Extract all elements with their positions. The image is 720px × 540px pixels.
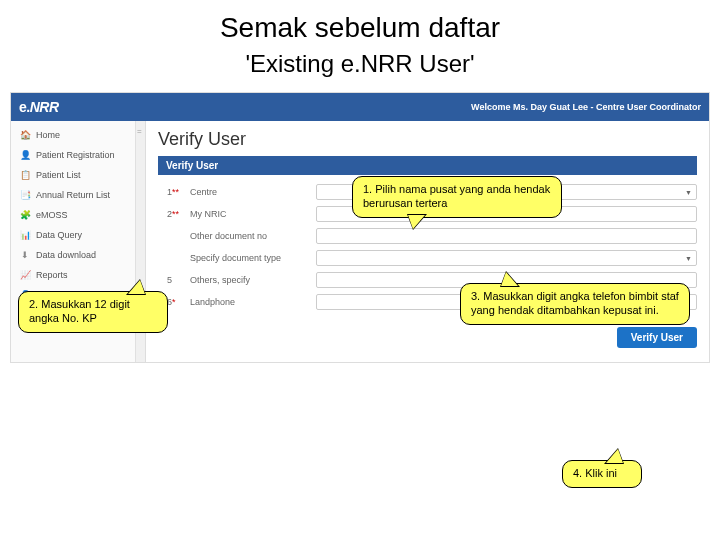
- callout-tail: [128, 280, 145, 294]
- field-label: Landphone: [186, 297, 316, 307]
- sidebar-item-label: Data download: [36, 250, 96, 260]
- row-num: 2: [158, 209, 172, 219]
- callout-text: 2. Masukkan 12 digit angka No. KP: [29, 298, 130, 324]
- chevron-down-icon: ▼: [685, 189, 692, 196]
- list-icon: 📋: [19, 169, 31, 181]
- main-panel: Verify User Verify User 1 ** Centre ▼ 2 …: [146, 121, 709, 362]
- callout-text: 4. Klik ini: [573, 467, 617, 479]
- callout-tail: [501, 272, 518, 286]
- row-other-doc: Other document no: [158, 225, 697, 247]
- required-mark: **: [172, 209, 186, 219]
- sidebar-item-label: Reports: [36, 270, 68, 280]
- slide-subtitle: 'Existing e.NRR User': [0, 50, 720, 78]
- row-num: 1: [158, 187, 172, 197]
- chevron-down-icon: ▼: [685, 255, 692, 262]
- home-icon: 🏠: [19, 129, 31, 141]
- sidebar-item-label: Patient Registration: [36, 150, 115, 160]
- sidebar-item-patient-registration[interactable]: 👤Patient Registration: [11, 145, 135, 165]
- row-doc-type: Specify document type ▼: [158, 247, 697, 269]
- required-mark: *: [172, 297, 186, 307]
- other-doc-input[interactable]: [316, 228, 697, 244]
- row-num: 5: [158, 275, 172, 285]
- welcome-text: Welcome Ms. Day Guat Lee - Centre User C…: [471, 102, 701, 112]
- slide-title: Semak sebelum daftar: [0, 12, 720, 44]
- callout-text: 1. Pilih nama pusat yang anda hendak ber…: [363, 183, 550, 209]
- sidebar-item-reports[interactable]: 📈Reports: [11, 265, 135, 285]
- required-mark: **: [172, 187, 186, 197]
- callout-tail: [408, 215, 425, 229]
- sidebar-item-label: eMOSS: [36, 210, 68, 220]
- sidebar-item-data-download[interactable]: ⬇Data download: [11, 245, 135, 265]
- sidebar-item-home[interactable]: 🏠Home: [11, 125, 135, 145]
- report-icon: 📈: [19, 269, 31, 281]
- field-label: My NRIC: [186, 209, 316, 219]
- sidebar-item-label: Patient List: [36, 170, 81, 180]
- callout-4: 4. Klik ini: [562, 460, 642, 488]
- callout-text: 3. Masukkan digit angka telefon bimbit s…: [471, 290, 679, 316]
- logo: e.NRR: [19, 99, 59, 115]
- document-icon: 📑: [19, 189, 31, 201]
- query-icon: 📊: [19, 229, 31, 241]
- sidebar-item-label: Annual Return List: [36, 190, 110, 200]
- sidebar-item-patient-list[interactable]: 📋Patient List: [11, 165, 135, 185]
- sidebar-item-label: Home: [36, 130, 60, 140]
- verify-user-button[interactable]: Verify User: [617, 327, 697, 348]
- panel-header: Verify User: [158, 156, 697, 175]
- module-icon: 🧩: [19, 209, 31, 221]
- sidebar-item-data-query[interactable]: 📊Data Query: [11, 225, 135, 245]
- sidebar-item-annual-return[interactable]: 📑Annual Return List: [11, 185, 135, 205]
- doc-type-select[interactable]: ▼: [316, 250, 697, 266]
- field-label: Specify document type: [186, 253, 316, 263]
- field-label: Other document no: [186, 231, 316, 241]
- callout-2: 2. Masukkan 12 digit angka No. KP: [18, 291, 168, 333]
- user-icon: 👤: [19, 149, 31, 161]
- topbar: e.NRR Welcome Ms. Day Guat Lee - Centre …: [11, 93, 709, 121]
- field-label: Centre: [186, 187, 316, 197]
- sidebar-item-emoss[interactable]: 🧩eMOSS: [11, 205, 135, 225]
- callout-1: 1. Pilih nama pusat yang anda hendak ber…: [352, 176, 562, 218]
- download-icon: ⬇: [19, 249, 31, 261]
- field-label: Others, specify: [186, 275, 316, 285]
- logo-main: NRR: [30, 99, 59, 115]
- page-title: Verify User: [158, 129, 697, 150]
- callout-3: 3. Masukkan digit angka telefon bimbit s…: [460, 283, 690, 325]
- sidebar-item-label: Data Query: [36, 230, 82, 240]
- logo-prefix: e.: [19, 99, 30, 115]
- callout-tail: [606, 449, 623, 463]
